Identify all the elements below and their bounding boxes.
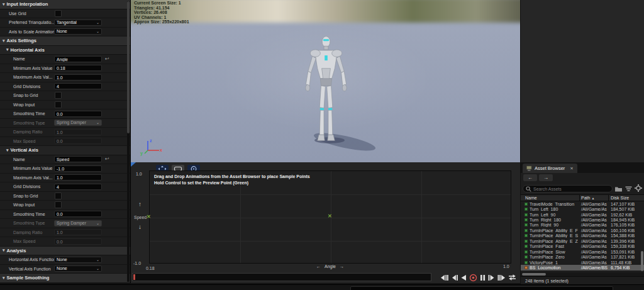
property-label: Max Speed <box>0 239 54 243</box>
anim-sequence-icon <box>525 255 528 259</box>
asset-row[interactable]: Turn_Left_90/All/Game/As192,62 KiB <box>521 212 644 217</box>
asset-row[interactable]: TurnInPlace_Ability_E_Z/All/Game/As139,3… <box>521 238 644 243</box>
close-icon[interactable]: ✕ <box>570 166 573 171</box>
section-header-sample-smoothing[interactable]: ▾ Sample Smoothing <box>0 274 130 283</box>
search-input[interactable] <box>533 187 609 191</box>
v-grid-divisions-input[interactable]: 4 <box>54 184 102 190</box>
v-max-axis-value-input[interactable]: 1.0 <box>54 174 102 181</box>
property-row-h-snap: Snap to Grid <box>0 91 130 101</box>
column-header-name[interactable]: Name <box>521 195 580 201</box>
play-reverse-button[interactable] <box>460 274 467 281</box>
column-header-disk-size[interactable]: Disk Size <box>609 196 644 200</box>
v-wrap-input-checkbox[interactable] <box>55 201 62 208</box>
details-scrollbar[interactable] <box>127 1 130 282</box>
property-row-h-grid-divisions: Grid Divisions 4 <box>0 82 130 92</box>
playback-timeline[interactable] <box>132 273 431 281</box>
gear-icon[interactable] <box>635 183 642 194</box>
asset-row[interactable]: TurnInPlace_Ability_E_F/All/Game/As160,1… <box>521 228 644 233</box>
section-header-horizontal-axis[interactable]: ▾ Horizontal Axis <box>0 46 130 55</box>
h-max-speed-input[interactable]: 0.0 <box>54 138 102 144</box>
property-label: Maximum Axis Val... <box>0 176 54 180</box>
h-max-axis-value-input[interactable]: 1.0 <box>54 74 102 81</box>
reset-to-default-icon[interactable]: ↩ <box>105 157 109 162</box>
record-button[interactable] <box>469 274 477 282</box>
skip-to-end-button[interactable] <box>497 274 506 281</box>
asset-row[interactable]: TurnInPlace_Slow/All/Game/As153,091 KiB <box>521 249 644 254</box>
property-row-v-smoothing-type: Smoothing Type Spring Damper ⌄ <box>0 219 130 228</box>
v-max-speed-input[interactable]: 0.0 <box>54 238 102 245</box>
property-label: Smoothing Type <box>0 121 54 125</box>
section-title: Sample Smoothing <box>7 275 50 281</box>
asset-list-hscrollbar[interactable] <box>521 272 644 276</box>
horizontal-axis-function-dropdown[interactable]: None ⌄ <box>54 257 102 263</box>
use-grid-checkbox[interactable] <box>55 10 62 17</box>
tab-asset-browser[interactable]: Asset Browser ✕ <box>523 164 577 173</box>
section-header-vertical-axis[interactable]: ▾ Vertical Axis <box>0 146 130 155</box>
v-min-axis-value-input[interactable]: -1.0 <box>54 165 102 172</box>
vertical-axis-function-dropdown[interactable]: None ⌄ <box>54 265 102 272</box>
property-label: Use Grid <box>0 11 54 16</box>
h-wrap-input-checkbox[interactable] <box>55 101 62 108</box>
reset-to-default-icon[interactable]: ↩ <box>105 57 109 62</box>
section-header-analysis[interactable]: ▾ Analysis <box>0 247 130 256</box>
asset-row[interactable]: VictoryPose_1/All/Game/As111,48 KiB <box>521 260 644 265</box>
filter-icon[interactable] <box>625 183 632 194</box>
step-forward-button[interactable] <box>488 274 495 281</box>
h-grid-divisions-input[interactable]: 4 <box>54 83 102 89</box>
blendspace-icon <box>525 266 528 269</box>
h-snap-to-grid-checkbox[interactable] <box>55 92 62 99</box>
asset-list-vscrollbar[interactable] <box>641 201 643 272</box>
asset-row[interactable]: TurnInPlace_Zero/All/Game/As137,821 KiB <box>521 254 644 259</box>
v-snap-to-grid-checkbox[interactable] <box>55 192 62 199</box>
h-damping-ratio-input[interactable]: 1.0 <box>54 129 102 135</box>
asset-row[interactable]: TravelMode_Transition_/All/Game/As147,10… <box>521 201 644 206</box>
step-backward-button[interactable] <box>451 274 458 281</box>
asset-row[interactable]: TurnInPlace_Fast/All/Game/As159,338 KiB <box>521 244 644 249</box>
gridline <box>421 171 422 263</box>
forward-button[interactable]: → <box>539 174 553 181</box>
skip-to-front-button[interactable] <box>440 274 448 281</box>
property-label: Preferred Triangulatio... <box>0 20 54 25</box>
section-title: Input Interpolation <box>7 1 48 7</box>
scrollbar-thumb[interactable] <box>641 251 643 271</box>
back-button[interactable]: ← <box>523 174 537 181</box>
playhead-marker[interactable] <box>133 274 135 280</box>
preview-point-marker[interactable]: ✕ <box>328 214 332 219</box>
property-label: Vertical Axis Function <box>0 267 54 271</box>
panel-focus-corner <box>131 162 136 167</box>
asset-row[interactable]: Turn_Right_90/All/Game/As176,105 KiB <box>521 223 644 228</box>
h-axis-name-input[interactable]: Angle <box>54 56 102 62</box>
caret-down-icon: ▾ <box>3 276 5 281</box>
loop-button[interactable] <box>508 274 516 281</box>
v-damping-ratio-input[interactable]: 1.0 <box>54 229 102 235</box>
property-label: Minimum Axis Value <box>0 166 54 170</box>
v-axis-name-input[interactable]: Speed <box>54 156 102 162</box>
asset-row[interactable]: TurnInPlace_Ability_E_S/All/Game/As154,3… <box>521 233 644 238</box>
scrollbar-thumb[interactable] <box>127 1 130 133</box>
bottom-window-strip <box>0 284 644 290</box>
asset-row[interactable]: Turn_Left_180/All/Game/As184,507 KiB <box>521 206 644 211</box>
h-smoothing-time-input[interactable]: 0.0 <box>54 111 102 117</box>
preview-viewport[interactable]: Current Screen Size: 1 Triangles: 41.154… <box>131 0 520 162</box>
pause-button[interactable] <box>480 274 486 281</box>
folder-icon[interactable] <box>614 183 623 194</box>
search-box[interactable] <box>523 185 613 192</box>
v-smoothing-type-dropdown[interactable]: Spring Damper ⌄ <box>54 220 102 226</box>
tab-title: Asset Browser <box>535 165 565 171</box>
stat-approx-size: Approx Size: 255x220x801 <box>134 20 189 25</box>
h-min-axis-value-input[interactable]: 0.18 <box>54 65 102 71</box>
details-panel: ▾ Input Interpolation Use Grid Preferred… <box>0 0 131 283</box>
v-smoothing-time-input[interactable]: 0.0 <box>54 211 102 217</box>
h-smoothing-type-dropdown[interactable]: Spring Damper ⌄ <box>54 120 102 126</box>
section-header-input-interpolation[interactable]: ▾ Input Interpolation <box>0 0 130 9</box>
property-row-v-max: Maximum Axis Val... 1.0 <box>0 174 130 183</box>
asset-row-selected[interactable]: BS_Locomotion/All/Game/BS6,754 KiB <box>521 265 644 270</box>
search-icon <box>526 186 531 192</box>
column-header-path[interactable]: Path▲ <box>580 195 609 201</box>
asset-row[interactable]: Turn_Right_180/All/Game/As184,945 KiB <box>521 217 644 222</box>
search-actions <box>614 183 642 194</box>
section-header-axis-settings[interactable]: ▾ Axis Settings <box>0 36 130 46</box>
axis-to-scale-dropdown[interactable]: None ⌄ <box>54 28 102 35</box>
preferred-triangulation-dropdown[interactable]: Tangential ⌄ <box>54 20 102 26</box>
scrollbar-thumb[interactable] <box>522 273 546 276</box>
